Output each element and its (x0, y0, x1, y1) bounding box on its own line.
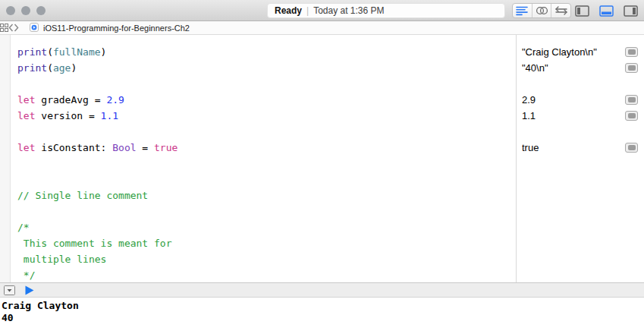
version-editor-button[interactable] (551, 4, 570, 17)
show-result-icon (628, 65, 636, 71)
code-line: let isConstant: Bool = true (17, 140, 516, 156)
code-line: This comment is meant for (17, 235, 516, 251)
linked-circles-icon (536, 5, 548, 16)
result-value: "Craig Clayton\n" (522, 46, 625, 58)
panel-right-icon (624, 5, 638, 17)
window-titlebar: Ready | Today at 1:36 PM (0, 0, 644, 21)
back-button[interactable] (8, 24, 14, 32)
code-line (17, 124, 516, 140)
result-row: true (517, 140, 644, 156)
code-line (17, 76, 516, 92)
editor-region: print(fullName)print(age) let gradeAvg =… (0, 35, 644, 282)
chevron-right-icon (14, 24, 19, 32)
show-result-button[interactable] (625, 47, 638, 57)
console-output[interactable]: Craig Clayton40 (0, 298, 644, 334)
navigator-toggle-button[interactable] (573, 5, 592, 17)
run-button[interactable] (25, 285, 34, 295)
code-line: /* (17, 219, 516, 235)
xcode-playground-window: Ready | Today at 1:36 PM (0, 0, 644, 334)
forward-button[interactable] (14, 24, 19, 32)
console-line: Craig Clayton (2, 300, 644, 312)
playground-file-icon (30, 23, 39, 33)
show-result-button[interactable] (625, 63, 638, 73)
debug-area-toggle-button[interactable] (597, 5, 616, 17)
chevron-left-icon (8, 24, 14, 32)
zoom-button[interactable] (36, 6, 46, 15)
grid-icon (0, 24, 8, 32)
code-line: multiple lines (17, 251, 516, 267)
show-result-icon (628, 97, 636, 102)
code-line: print(age) (17, 60, 516, 76)
show-result-button[interactable] (625, 95, 638, 105)
jump-bar: iOS11-Programming-for-Beginners-Ch2 (0, 21, 644, 35)
build-status: Ready (275, 5, 302, 16)
code-line: print(fullName) (17, 44, 516, 60)
code-line: let version = 1.1 (17, 108, 516, 124)
panel-toggle-group (573, 2, 640, 19)
result-value: 2.9 (522, 94, 625, 106)
close-button[interactable] (6, 6, 15, 15)
related-items-button[interactable] (0, 24, 8, 32)
result-row: "40\n" (517, 60, 644, 76)
collapse-down-icon (4, 285, 15, 295)
editor-mode-segmented-control (512, 3, 571, 18)
result-value: true (522, 142, 625, 153)
play-icon (25, 285, 34, 295)
breakpoint-gutter (0, 35, 11, 282)
hide-console-button[interactable] (4, 285, 15, 295)
code-pane[interactable]: print(fullName)print(age) let gradeAvg =… (11, 35, 516, 282)
assistant-editor-button[interactable] (532, 4, 552, 17)
code-line: // Single line comment (17, 187, 516, 203)
swap-arrows-icon (554, 5, 568, 16)
code-line: */ (17, 267, 516, 282)
console-line: 40 (2, 312, 644, 324)
inspector-toggle-button[interactable] (621, 5, 640, 17)
status-timestamp: Today at 1:36 PM (313, 5, 384, 16)
code-line (17, 203, 516, 219)
show-result-icon (628, 145, 636, 150)
panel-left-icon (575, 5, 589, 17)
debug-bar (0, 282, 644, 298)
result-value: 1.1 (522, 110, 625, 121)
result-row: 1.1 (517, 108, 644, 124)
lines-icon (516, 5, 528, 16)
activity-viewer: Ready | Today at 1:36 PM (267, 3, 505, 18)
standard-editor-button[interactable] (513, 4, 532, 17)
result-row: 2.9 (517, 92, 644, 108)
show-result-icon (628, 113, 636, 118)
results-sidebar: "Craig Clayton\n""40\n"2.91.1true (516, 35, 644, 282)
status-separator: | (306, 5, 309, 16)
minimize-button[interactable] (21, 6, 30, 15)
show-result-icon (628, 49, 636, 55)
code-line (17, 156, 516, 172)
show-result-button[interactable] (625, 111, 638, 121)
result-row: "Craig Clayton\n" (517, 44, 644, 60)
document-title[interactable]: iOS11-Programming-for-Beginners-Ch2 (43, 24, 190, 33)
code-line: let gradeAvg = 2.9 (17, 92, 516, 108)
traffic-lights (6, 6, 46, 15)
result-value: "40\n" (522, 62, 625, 74)
code-line (17, 172, 516, 187)
show-result-button[interactable] (625, 143, 638, 153)
panel-bottom-icon (599, 5, 614, 17)
